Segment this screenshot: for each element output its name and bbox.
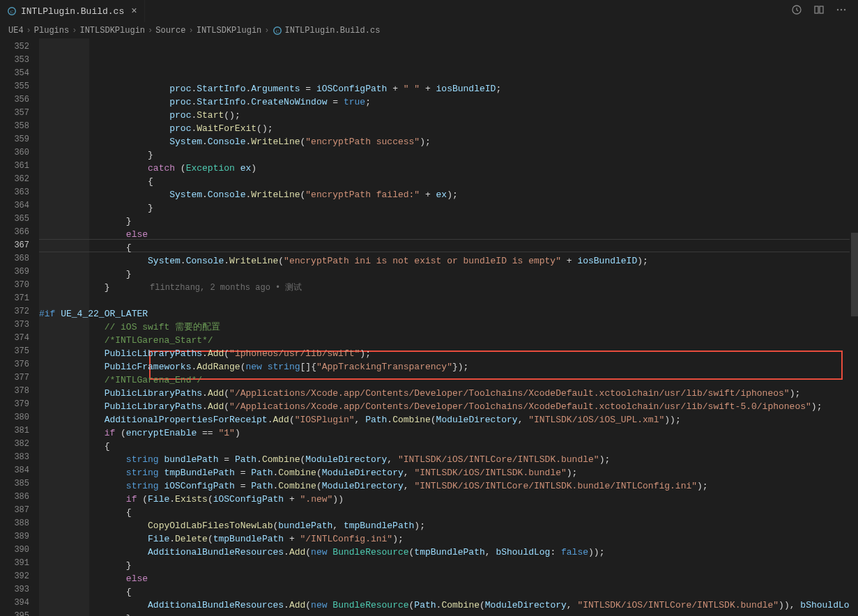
breadcrumb-item[interactable]: UE4 xyxy=(8,26,24,36)
line-number: 353 xyxy=(0,54,39,67)
line-number: 385 xyxy=(0,477,39,491)
code-line[interactable]: { xyxy=(39,241,858,254)
code-line[interactable]: PublicLibraryPaths.Add("/Applications/Xc… xyxy=(39,387,858,400)
code-line[interactable]: /*INTLGarena_Start*/ xyxy=(39,334,858,347)
line-number: 390 xyxy=(0,544,39,557)
code-line[interactable]: proc.StartInfo.Arguments = iOSConfigPath… xyxy=(39,82,858,95)
code-line[interactable]: string tmpBundlePath = Path.Combine(Modu… xyxy=(39,466,858,479)
line-number: 381 xyxy=(0,424,39,438)
svg-text:C: C xyxy=(275,29,279,34)
code-line[interactable]: /*INTLGarena_End*/ xyxy=(39,374,858,387)
code-line[interactable]: File.Delete(tmpBundlePath + "/INTLConfig… xyxy=(39,532,858,546)
code-line[interactable]: catch (Exception ex) xyxy=(39,162,858,175)
history-icon[interactable] xyxy=(791,4,802,18)
code-line[interactable]: CopyOldLabFilesToNewLab(bundlePath, tmpB… xyxy=(39,519,858,532)
code-line[interactable]: else xyxy=(39,572,858,585)
line-number: 392 xyxy=(0,570,39,583)
line-number: 366 xyxy=(0,226,39,239)
code-line[interactable]: if (File.Exists(iOSConfigPath + ".new")) xyxy=(39,493,858,506)
line-number: 378 xyxy=(0,385,39,398)
code-line[interactable]: } xyxy=(39,148,858,162)
code-line[interactable]: if (encryptEnable == "1") xyxy=(39,426,858,440)
code-line[interactable]: AdditionalBundleResources.Add(new Bundle… xyxy=(39,546,858,559)
svg-rect-3 xyxy=(815,6,818,13)
code-area[interactable]: proc.StartInfo.Arguments = iOSConfigPath… xyxy=(39,38,858,616)
code-line[interactable]: AdditionalPropertiesForReceipt.Add("IOSP… xyxy=(39,413,858,426)
code-line[interactable]: System.Console.WriteLine("encryptPath su… xyxy=(39,135,858,148)
line-number: 362 xyxy=(0,173,39,186)
line-number: 386 xyxy=(0,491,39,504)
breadcrumb[interactable]: UE4› Plugins› INTLSDKPlugin› Source› INT… xyxy=(0,23,858,38)
code-line[interactable]: proc.WaitForExit(); xyxy=(39,122,858,135)
line-number: 394 xyxy=(0,596,39,610)
code-line[interactable]: { xyxy=(39,506,858,519)
more-icon[interactable] xyxy=(836,4,847,18)
line-number: 374 xyxy=(0,332,39,345)
code-line[interactable]: PublicLibraryPaths.Add("iphoneos/usr/lib… xyxy=(39,347,858,360)
vertical-scrollbar[interactable] xyxy=(850,38,858,616)
code-line[interactable]: string iOSConfigPath = Path.Combine(Modu… xyxy=(39,479,858,493)
code-line[interactable]: } xyxy=(39,559,858,572)
close-icon[interactable]: × xyxy=(131,6,137,17)
code-line[interactable]: } xyxy=(39,268,858,281)
code-line[interactable]: AdditionalBundleResources.Add(new Bundle… xyxy=(39,599,858,612)
scroll-thumb[interactable] xyxy=(851,233,858,316)
line-number: 389 xyxy=(0,530,39,544)
line-number: 360 xyxy=(0,146,39,160)
csharp-file-icon: C xyxy=(273,26,282,36)
code-line[interactable]: { xyxy=(39,585,858,599)
tab-strip: C INTLPlugin.Build.cs × xyxy=(0,0,145,22)
breadcrumb-item[interactable]: INTLSDKPlugin xyxy=(79,26,145,36)
line-number: 376 xyxy=(0,358,39,371)
code-line[interactable]: // iOS swift 需要的配置 xyxy=(39,321,858,334)
code-line[interactable] xyxy=(39,294,858,307)
code-line[interactable]: #if UE_4_22_OR_LATER xyxy=(39,307,858,321)
svg-text:C: C xyxy=(10,9,14,15)
breadcrumb-item[interactable]: INTLSDKPlugin xyxy=(197,26,262,36)
line-number: 377 xyxy=(0,371,39,385)
chevron-right-icon: › xyxy=(26,26,31,36)
code-line[interactable]: System.Console.WriteLine("encryptPath fa… xyxy=(39,188,858,201)
tab-active[interactable]: C INTLPlugin.Build.cs × xyxy=(0,0,145,22)
line-number: 391 xyxy=(0,557,39,570)
line-number: 370 xyxy=(0,279,39,292)
code-line[interactable]: } xyxy=(39,215,858,228)
line-number: 371 xyxy=(0,292,39,305)
line-number: 373 xyxy=(0,318,39,332)
svg-point-7 xyxy=(844,9,845,10)
line-number: 369 xyxy=(0,265,39,279)
code-line[interactable]: { xyxy=(39,175,858,188)
svg-rect-4 xyxy=(820,6,823,13)
line-number: 356 xyxy=(0,93,39,107)
line-number: 357 xyxy=(0,107,39,120)
line-number: 365 xyxy=(0,213,39,226)
line-number: 384 xyxy=(0,464,39,477)
compare-icon[interactable] xyxy=(813,4,825,18)
line-number: 380 xyxy=(0,411,39,424)
breadcrumb-item[interactable]: Source xyxy=(155,26,185,36)
code-line[interactable]: PublicLibraryPaths.Add("/Applications/Xc… xyxy=(39,400,858,413)
breadcrumb-item[interactable]: INTLPlugin.Build.cs xyxy=(285,26,381,36)
line-number: 364 xyxy=(0,199,39,213)
line-number: 388 xyxy=(0,517,39,530)
code-line[interactable]: { xyxy=(39,440,858,453)
line-number: 361 xyxy=(0,160,39,173)
code-line[interactable]: PublicFrameworks.AddRange(new string[]{"… xyxy=(39,360,858,374)
chevron-right-icon: › xyxy=(188,26,193,36)
line-number: 383 xyxy=(0,451,39,464)
code-line[interactable]: else xyxy=(39,228,858,241)
code-line[interactable]: } flintzhang, 2 months ago • 测试 xyxy=(39,281,858,294)
chevron-right-icon: › xyxy=(264,26,269,36)
code-line[interactable]: string bundlePath = Path.Combine(ModuleD… xyxy=(39,453,858,466)
code-line[interactable]: } xyxy=(39,201,858,215)
chevron-right-icon: › xyxy=(72,26,77,36)
line-number: 379 xyxy=(0,398,39,411)
code-line[interactable]: } xyxy=(39,612,858,616)
svg-point-6 xyxy=(841,9,842,10)
code-line[interactable]: proc.StartInfo.CreateNoWindow = true; xyxy=(39,95,858,109)
breadcrumb-item[interactable]: Plugins xyxy=(34,26,69,36)
editor[interactable]: 3523533543553563573583593603613623633643… xyxy=(0,38,858,616)
line-number: 352 xyxy=(0,40,39,54)
code-line[interactable]: proc.Start(); xyxy=(39,109,858,122)
code-line[interactable]: System.Console.WriteLine("encryptPath in… xyxy=(39,254,858,268)
